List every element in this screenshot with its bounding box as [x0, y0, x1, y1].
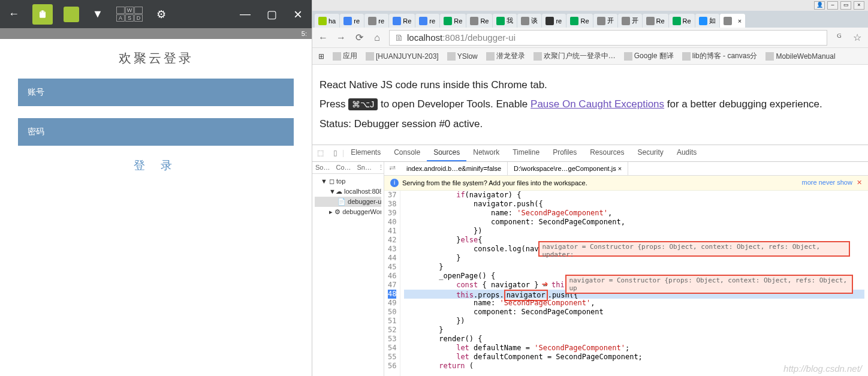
devtools-tab-profiles[interactable]: Profiles — [546, 145, 583, 161]
bookmark-item[interactable]: 欢聚门户统一登录中… — [534, 51, 616, 61]
browser-tab[interactable]: Re — [466, 14, 492, 28]
browser-tab[interactable]: re — [340, 14, 364, 28]
devtools-tabs: ⬚ ▯ | ElementsConsoleSourcesNetworkTimel… — [312, 145, 868, 162]
browser-tab[interactable]: Re — [440, 14, 466, 28]
bookmark-item[interactable]: Google 翻译 — [624, 51, 674, 61]
chrome-browser: 👤 – ▭ × harereRereReRe我谈reRe开开ReRe如× ← →… — [312, 0, 868, 376]
debug-overlay-1: navigator = Constructor {props: Object, … — [538, 241, 850, 257]
page-content: React Native JS code runs inside this Ch… — [312, 65, 868, 145]
open-file-tab[interactable]: D:\workspace\re…geComponent.js × — [508, 162, 628, 175]
devtools-tab-sources[interactable]: Sources — [427, 145, 466, 161]
browser-tab[interactable]: 如 — [695, 14, 719, 28]
wasd-keys-icon[interactable]: W ASD — [116, 7, 143, 22]
gear-icon[interactable]: ⚙ — [153, 7, 169, 22]
bookmark-item[interactable]: YSlow — [447, 52, 478, 61]
page-icon: 🗎 — [394, 32, 403, 43]
close-icon[interactable]: × — [290, 7, 306, 22]
bookmark-item[interactable]: [HUANJUYUN-203] — [366, 52, 439, 61]
user-icon[interactable]: 👤 — [814, 1, 825, 10]
devtools-tab-elements[interactable]: Elements — [344, 145, 387, 161]
browser-tab[interactable]: Re — [389, 14, 415, 28]
devtools-tab-security[interactable]: Security — [631, 145, 670, 161]
nav-arrows-icon[interactable]: ⮂ — [384, 162, 400, 175]
bookmark-item[interactable]: lib的博客 - canvas分 — [682, 51, 758, 61]
sidebar-tab[interactable]: Co… — [333, 162, 354, 173]
login-title: 欢聚云登录 — [18, 50, 294, 67]
login-button[interactable]: 登 录 — [18, 158, 294, 173]
tree-file2[interactable]: ▸ ⚙ debuggerWorker. — [315, 207, 381, 217]
bookmark-item[interactable]: 潜龙登录 — [486, 51, 525, 61]
inspect-icon[interactable]: ⬚ — [312, 146, 328, 160]
tree-file1[interactable]: 📄 debugger-ui — [315, 197, 381, 207]
reload-button[interactable]: ⟳ — [353, 32, 365, 43]
device-icon[interactable]: ▯ — [328, 146, 342, 160]
browser-tab[interactable]: ha — [315, 14, 339, 28]
debug-line2: Press ⌘⌥J to open Developer Tools. Enabl… — [320, 95, 861, 114]
close-info-icon[interactable]: ✕ — [857, 179, 862, 186]
translate-icon[interactable]: ᴳ — [833, 32, 845, 43]
url-port: :8081 — [442, 32, 465, 43]
sources-sidebar: So…Co…Sn…⋮ ▼ ◻ top ▼☁ localhost:8081 📄 d… — [312, 162, 384, 376]
back-button[interactable]: ← — [317, 32, 329, 43]
android-emulator: ← ▼ W ASD ⚙ — ▢ × 5: 欢聚云登录 账号 密码 登 录 — [0, 0, 312, 376]
browser-tab[interactable]: Re — [566, 14, 592, 28]
browser-tab[interactable]: re — [542, 14, 566, 28]
devtools-tab-audits[interactable]: Audits — [670, 145, 703, 161]
browser-tab[interactable]: 谈 — [517, 14, 541, 28]
debug-status: Status: Debugger session #0 active. — [320, 115, 861, 134]
browser-tab[interactable]: 开 — [593, 14, 617, 28]
maximize-button[interactable]: ▭ — [840, 1, 851, 10]
status-time: 5: — [302, 30, 307, 37]
info-icon: i — [390, 179, 399, 187]
devtools-body: So…Co…Sn…⋮ ▼ ◻ top ▼☁ localhost:8081 📄 d… — [312, 162, 868, 376]
back-icon[interactable]: ← — [6, 7, 22, 22]
url-path: /debugger-ui — [465, 32, 516, 43]
devtools-tab-network[interactable]: Network — [466, 145, 506, 161]
browser-tab[interactable]: re — [364, 14, 388, 28]
file-tree: ▼ ◻ top ▼☁ localhost:8081 📄 debugger-ui … — [312, 174, 384, 219]
arrow-icon: ➜ — [541, 278, 548, 290]
minimize-button[interactable]: – — [827, 1, 838, 10]
android-icon[interactable] — [32, 4, 53, 25]
open-files: ⮂ index.android.b…e&minify=falseD:\works… — [384, 162, 868, 176]
bookmark-item[interactable]: 应用 — [333, 51, 357, 61]
close-button[interactable]: × — [854, 1, 864, 10]
code-editor[interactable]: 3738394041424344454647484950515253545556… — [384, 191, 868, 376]
maximize-icon[interactable]: ▢ — [264, 7, 279, 22]
browser-tab[interactable]: re — [415, 14, 439, 28]
more-link[interactable]: more — [802, 179, 817, 186]
android-icon-alt[interactable] — [64, 7, 79, 22]
watermark: http://blog.csdn.net/ — [783, 363, 862, 374]
home-button[interactable]: ⌂ — [371, 32, 383, 43]
browser-tab[interactable]: Re — [643, 14, 668, 28]
open-file-tab[interactable]: index.android.b…e&minify=false — [400, 162, 508, 175]
browser-tab[interactable]: 我 — [493, 14, 517, 28]
never-show-link[interactable]: never show — [819, 179, 852, 186]
browser-tabs: harereRereReRe我谈reRe开开ReRe如× — [312, 11, 868, 28]
emulator-titlebar: ← ▼ W ASD ⚙ — ▢ × — [0, 0, 312, 28]
star-icon[interactable]: ☆ — [851, 32, 863, 43]
dropdown-icon[interactable]: ▼ — [90, 7, 106, 22]
pause-exceptions-link[interactable]: Pause On Caught Exceptions — [531, 98, 664, 110]
apps-icon[interactable]: ⊞ — [318, 52, 324, 61]
username-field[interactable]: 账号 — [18, 79, 294, 106]
url-input[interactable]: 🗎 localhost:8081/debugger-ui — [389, 30, 827, 46]
devtools-tab-console[interactable]: Console — [387, 145, 427, 161]
forward-button[interactable]: → — [335, 32, 347, 43]
login-screen: 欢聚云登录 账号 密码 登 录 — [0, 39, 312, 376]
tree-host[interactable]: ▼☁ localhost:8081 — [315, 187, 381, 197]
password-field[interactable]: 密码 — [18, 118, 294, 146]
sidebar-tab[interactable]: So… — [312, 162, 333, 173]
devtools-tab-timeline[interactable]: Timeline — [506, 145, 546, 161]
bookmark-item[interactable]: MobileWebManual — [765, 52, 835, 61]
sidebar-tab[interactable]: Sn… — [354, 162, 375, 173]
browser-tab[interactable]: 开 — [618, 14, 642, 28]
address-bar: ← → ⟳ ⌂ 🗎 localhost:8081/debugger-ui ᴳ ☆ — [312, 28, 868, 48]
debug-line1: React Native JS code runs inside this Ch… — [320, 76, 861, 95]
bookmarks-bar: ⊞应用[HUANJUYUN-203]YSlow潜龙登录欢聚门户统一登录中…Goo… — [312, 48, 868, 65]
browser-tab[interactable]: × — [720, 14, 745, 28]
minimize-icon[interactable]: — — [237, 7, 253, 22]
browser-tab[interactable]: Re — [669, 14, 695, 28]
devtools-tab-resources[interactable]: Resources — [583, 145, 631, 161]
tree-top[interactable]: ▼ ◻ top — [315, 176, 381, 187]
